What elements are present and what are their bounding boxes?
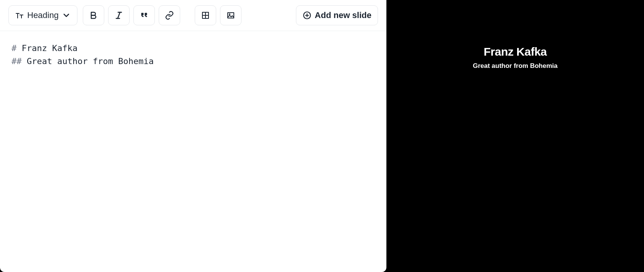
image-icon (226, 11, 235, 20)
chevron-down-icon (62, 11, 71, 20)
svg-line-2 (118, 12, 120, 18)
table-button[interactable] (195, 5, 216, 25)
italic-icon (114, 11, 123, 20)
editor-pane: Heading (0, 0, 386, 272)
toolbar: Heading (0, 0, 386, 31)
markdown-editor[interactable]: # Franz Kafka ## Great author from Bohem… (0, 31, 386, 272)
add-slide-label: Add new slide (315, 10, 371, 20)
svg-rect-6 (228, 13, 234, 18)
link-icon (165, 11, 174, 20)
text-size-icon (15, 11, 24, 20)
link-button[interactable] (159, 5, 180, 25)
plus-circle-icon (302, 11, 312, 20)
bold-icon (89, 11, 98, 20)
heading-dropdown-label: Heading (27, 10, 59, 20)
image-button[interactable] (220, 5, 242, 25)
svg-point-7 (229, 14, 230, 15)
line1-text: Franz Kafka (22, 43, 78, 53)
table-icon (201, 11, 210, 20)
h2-marker: ## (12, 56, 27, 66)
line2-text: Great author from Bohemia (27, 56, 154, 66)
format-group (83, 5, 180, 25)
editor-line-2: ## Great author from Bohemia (12, 55, 375, 68)
slide-preview: Franz Kafka Great author from Bohemia (386, 0, 644, 272)
insert-group (195, 5, 242, 25)
heading-dropdown[interactable]: Heading (8, 5, 77, 25)
h1-marker: # (12, 43, 22, 53)
italic-button[interactable] (108, 5, 130, 25)
bold-button[interactable] (83, 5, 104, 25)
quote-icon (140, 11, 149, 20)
preview-subtitle: Great author from Bohemia (473, 62, 557, 70)
preview-title: Franz Kafka (484, 45, 547, 58)
quote-button[interactable] (133, 5, 155, 25)
add-slide-button[interactable]: Add new slide (296, 5, 378, 25)
editor-line-1: # Franz Kafka (12, 42, 375, 55)
